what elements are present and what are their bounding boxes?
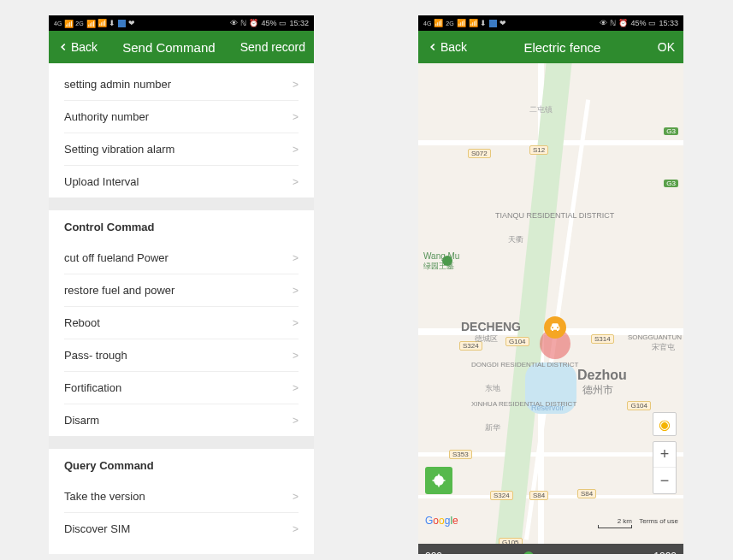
chevron-right-icon: >	[293, 350, 299, 362]
road-tag: G105	[499, 538, 523, 544]
chevron-right-icon: >	[293, 176, 299, 188]
list-item[interactable]: Take the version>	[49, 480, 314, 512]
slider-min: 200	[425, 551, 442, 554]
chevron-right-icon: >	[293, 523, 299, 535]
back-button[interactable]: Back	[427, 40, 467, 54]
road-tag: S314	[591, 334, 614, 344]
phone-send-command: 4G📶 2G📶 📶 ⬇ ❤ 👁ℕ⏰ 45% ▭ 15:32 Back Send …	[49, 15, 314, 554]
road-tag: G3	[664, 127, 678, 135]
place-label: Reservoir	[531, 404, 565, 412]
place-label: Dezhou	[577, 368, 627, 383]
road-tag: S84	[577, 489, 596, 498]
chevron-right-icon: >	[293, 111, 299, 123]
list-item[interactable]: restore fuel and power>	[49, 274, 314, 306]
place-label: Wang Mu	[423, 251, 459, 261]
status-bar: 4G📶 2G📶 📶 ⬇ ❤ 👁ℕ⏰ 45% ▭ 15:32	[49, 15, 314, 31]
list-item[interactable]: Upload Interval>	[49, 166, 314, 197]
place-label: SONGGUANTUN	[628, 333, 682, 341]
zoom-out-button[interactable]: −	[653, 468, 676, 493]
chevron-right-icon: >	[293, 285, 299, 297]
list-item[interactable]: Setting vibration alarm>	[49, 133, 314, 165]
chevron-right-icon: >	[293, 382, 299, 394]
chevron-right-icon: >	[293, 415, 299, 427]
road-tag: S072	[468, 149, 491, 158]
phone-electric-fence: 4G📶 2G📶 📶 ⬇ ❤ 👁ℕ⏰ 45% ▭ 15:33 Back Elect…	[418, 15, 683, 554]
battery-pct: 45%	[261, 19, 276, 27]
list-item[interactable]: Discover SIM>	[49, 513, 314, 545]
ok-button[interactable]: OK	[658, 40, 675, 54]
slider-max: 1000	[653, 551, 677, 554]
chevron-right-icon: >	[293, 144, 299, 156]
road-tag: G104	[627, 401, 651, 410]
slider-thumb[interactable]	[523, 551, 534, 555]
locate-button[interactable]	[425, 467, 452, 494]
battery-pct: 45%	[630, 19, 646, 27]
zoom-in-button[interactable]: +	[653, 442, 676, 468]
chevron-right-icon: >	[293, 491, 299, 503]
header: Back Send Command Send record	[49, 31, 314, 63]
scale-text: 2 km	[618, 517, 632, 525]
header: Back Electric fence OK	[418, 31, 683, 63]
list-item[interactable]: setting admin number>	[49, 68, 314, 100]
clock: 15:32	[289, 19, 309, 27]
pegman-icon[interactable]: ◉	[653, 412, 677, 436]
back-button[interactable]: Back	[57, 40, 98, 54]
radius-slider: 200 1000	[418, 544, 683, 554]
chevron-right-icon: >	[293, 79, 299, 91]
road-tag: S324	[490, 491, 513, 500]
section-control: Control Commad	[49, 210, 314, 242]
place-label: TIANQU RESIDENTIAL DISTRICT	[495, 211, 614, 220]
scale-bar	[598, 525, 632, 528]
vehicle-pin	[544, 316, 566, 339]
section-query: Query Command	[49, 449, 314, 480]
place-label: 二屯镇	[529, 104, 553, 115]
send-record-button[interactable]: Send record	[240, 40, 305, 54]
status-bar: 4G📶 2G📶 📶 ⬇ ❤ 👁ℕ⏰ 45% ▭ 15:33	[418, 15, 683, 31]
map[interactable]: S072 S12 G3 G3 G104 S324 S314 G104 S353 …	[418, 63, 683, 544]
list-item[interactable]: Reboot>	[49, 307, 314, 339]
page-title: Electric fence	[523, 40, 600, 55]
list-item[interactable]: cut off fueland Power>	[49, 242, 314, 274]
command-list: setting admin number>Authority number>Se…	[49, 63, 314, 554]
google-logo: Google	[425, 515, 458, 527]
zoom-control: + −	[653, 441, 677, 494]
place-label: DONGDI RESIDENTIAL DISTRICT	[471, 361, 579, 368]
road-tag: G3	[664, 180, 678, 187]
chevron-right-icon: >	[293, 317, 299, 329]
list-item[interactable]: Disarm>	[49, 404, 314, 436]
list-item[interactable]: Authority number>	[49, 101, 314, 133]
clock: 15:33	[659, 19, 678, 27]
chevron-right-icon: >	[293, 252, 299, 264]
page-title: Send Command	[122, 40, 215, 55]
road-tag: S353	[449, 450, 472, 459]
list-item[interactable]: Pass- trough>	[49, 339, 314, 371]
list-item[interactable]: Fortification>	[49, 372, 314, 404]
terms-link[interactable]: Terms of use	[639, 517, 678, 525]
place-label: DECHENG	[461, 320, 521, 333]
road-tag: G104	[505, 337, 529, 346]
road-tag: S84	[529, 491, 548, 500]
road-tag: S12	[529, 145, 548, 155]
